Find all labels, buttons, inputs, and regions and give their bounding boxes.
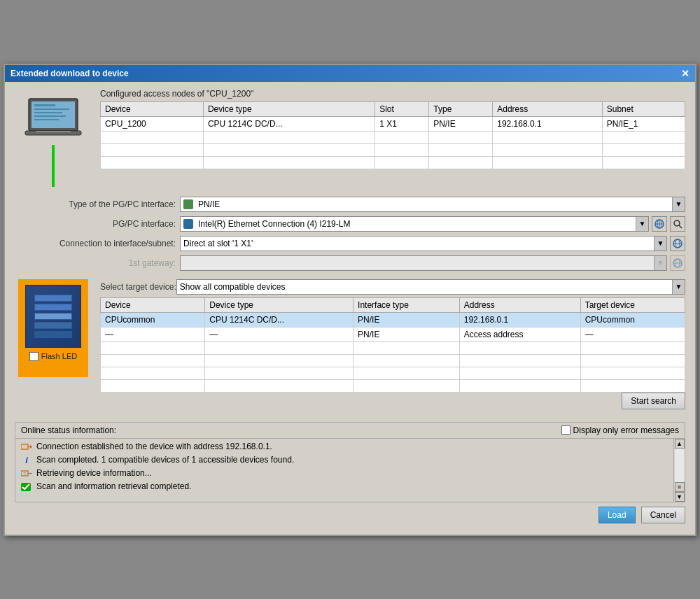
connection-row: Connection to interface/subnet: Direct a… xyxy=(15,236,685,251)
error-only-checkbox[interactable] xyxy=(561,425,570,435)
status-row-3: ? Retrieving device information... xyxy=(21,468,679,479)
info-symbol: i xyxy=(25,455,28,465)
close-button[interactable]: ✕ xyxy=(681,68,690,79)
error-only-label: Display only error messages xyxy=(573,425,679,435)
pg-pc-interface-select[interactable]: Intel(R) Ethernet Connection (4) I219-LM… xyxy=(180,216,649,232)
gateway-globe-button xyxy=(670,255,685,271)
table-row-empty-1 xyxy=(101,341,685,354)
target-cell-target-2: — xyxy=(580,327,685,341)
target-label: Select target device: xyxy=(100,282,176,292)
interface-section: Type of the PG/PC interface: PN/IE ▼ PG/… xyxy=(15,197,685,271)
extended-download-dialog: Extended download to device ✕ xyxy=(4,64,696,536)
scroll-down-button[interactable]: ▼ xyxy=(675,492,685,502)
device-icon-section: Flash LED xyxy=(15,279,92,415)
table-row-empty-2 xyxy=(101,354,685,367)
status-msg-1: Connection established to the device wit… xyxy=(36,442,272,451)
connection-line xyxy=(52,145,55,187)
svg-rect-2 xyxy=(34,104,55,106)
compatible-devices-value: Show all compatible devices xyxy=(177,281,672,293)
cancel-button[interactable]: Cancel xyxy=(641,507,685,523)
configured-table: Device Device type Slot Type Address Sub… xyxy=(100,101,685,169)
pg-pc-interface-label: PG/PC interface: xyxy=(15,219,176,229)
globe-icon-3 xyxy=(673,258,682,268)
cell-slot: 1 X1 xyxy=(375,116,429,131)
target-col-device: Device xyxy=(101,297,205,312)
connection-control: Direct at slot '1 X1' ▼ xyxy=(180,236,685,251)
connection-icon xyxy=(21,442,32,453)
target-cell-interface-2: PN/IE xyxy=(354,327,460,341)
pg-pc-type-control: PN/IE ▼ xyxy=(180,197,685,212)
scroll-up-button[interactable]: ▲ xyxy=(675,439,685,449)
title-bar: Extended download to device ✕ xyxy=(5,65,695,82)
target-table: Device Device type Interface type Addres… xyxy=(100,297,685,393)
check-icon xyxy=(21,481,32,493)
svg-point-13 xyxy=(674,220,680,226)
connection-arrow[interactable]: ▼ xyxy=(654,237,666,251)
target-col-device-type: Device type xyxy=(205,297,354,312)
cpu-slot-4 xyxy=(34,322,73,329)
target-col-interface: Interface type xyxy=(354,297,460,312)
pg-pc-interface-arrow[interactable]: ▼ xyxy=(636,217,648,231)
pg-pc-type-arrow[interactable]: ▼ xyxy=(672,197,685,211)
cpu-slot-1 xyxy=(34,295,73,302)
table-row-empty-1 xyxy=(101,131,685,143)
globe-icon xyxy=(654,219,664,229)
pg-pc-type-select[interactable]: PN/IE ▼ xyxy=(180,197,685,212)
globe-button[interactable] xyxy=(652,216,667,232)
status-wrapper: Online status information: Display only … xyxy=(15,422,685,502)
col-device-type: Device type xyxy=(203,101,374,116)
load-button[interactable]: Load xyxy=(598,507,636,523)
configured-table-section: Configured access nodes of "CPU_1200" De… xyxy=(100,89,685,187)
configured-label: Configured access nodes of "CPU_1200" xyxy=(100,89,685,99)
target-cell-device: CPUcommon xyxy=(101,312,205,327)
pg-pc-interface-value: Intel(R) Ethernet Connection (4) I219-LM xyxy=(198,219,350,229)
status-content: Online status information: Display only … xyxy=(15,423,685,502)
connection-value: Direct at slot '1 X1' xyxy=(181,237,654,250)
scroll-middle-button[interactable]: ≡ xyxy=(675,482,685,492)
error-check-row: Display only error messages xyxy=(561,425,679,435)
connection-select[interactable]: Direct at slot '1 X1' ▼ xyxy=(180,236,667,251)
col-address: Address xyxy=(493,101,603,116)
col-slot: Slot xyxy=(375,101,429,116)
pn-ie-icon xyxy=(183,199,193,209)
target-cell-device-type-2: — xyxy=(205,327,354,341)
cpu-slots xyxy=(34,295,73,338)
compatible-devices-select[interactable]: Show all compatible devices ▼ xyxy=(176,279,685,295)
target-col-address: Address xyxy=(459,297,580,312)
status-row-4: Scan and information retrieval completed… xyxy=(21,481,679,493)
table-row-empty-2 xyxy=(101,143,685,156)
target-cell-address: 192.168.0.1 xyxy=(459,312,580,327)
col-device: Device xyxy=(101,101,204,116)
top-section: Configured access nodes of "CPU_1200" De… xyxy=(15,89,685,187)
cell-subnet: PN/IE_1 xyxy=(602,116,685,131)
bottom-section: Flash LED Select target device: Show all… xyxy=(15,279,685,415)
connection-globe-button[interactable] xyxy=(670,236,685,251)
pg-pc-interface-control: Intel(R) Ethernet Connection (4) I219-LM… xyxy=(180,216,685,232)
target-col-target: Target device xyxy=(580,297,685,312)
search-network-button[interactable] xyxy=(670,216,685,232)
ethernet-icon xyxy=(183,219,193,229)
footer: Load Cancel xyxy=(15,502,685,528)
target-header: Select target device: Show all compatibl… xyxy=(100,279,685,295)
table-row[interactable]: CPUcommon CPU 1214C DC/D... PN/IE 192.16… xyxy=(101,312,685,327)
cell-device: CPU_1200 xyxy=(101,116,204,131)
pg-pc-interface-text: Intel(R) Ethernet Connection (4) I219-LM xyxy=(181,218,636,230)
status-messages-container: Connection established to the device wit… xyxy=(15,439,685,502)
cpu-slot-3 xyxy=(34,313,73,320)
laptop-icon-area xyxy=(15,89,92,187)
flash-led-checkbox[interactable] xyxy=(29,352,38,361)
svg-rect-5 xyxy=(34,115,66,117)
start-search-button[interactable]: Start search xyxy=(622,393,685,409)
target-cell-device-2: — xyxy=(101,327,205,341)
compatible-devices-arrow[interactable]: ▼ xyxy=(672,280,685,294)
status-row-2: i Scan completed. 1 compatible devices o… xyxy=(21,455,679,466)
target-cell-target: CPUcommon xyxy=(580,312,685,327)
pg-pc-type-value: PN/IE xyxy=(181,198,672,211)
col-type: Type xyxy=(429,101,493,116)
table-row[interactable]: CPU_1200 CPU 1214C DC/D... 1 X1 PN/IE 19… xyxy=(101,116,685,131)
dialog-body: Configured access nodes of "CPU_1200" De… xyxy=(5,82,695,535)
cpu-slot-2 xyxy=(34,304,73,311)
table-row[interactable]: — — PN/IE Access address — xyxy=(101,327,685,341)
svg-rect-8 xyxy=(36,131,71,132)
status-scrollbar[interactable]: ▲ ≡ ▼ xyxy=(673,439,685,502)
